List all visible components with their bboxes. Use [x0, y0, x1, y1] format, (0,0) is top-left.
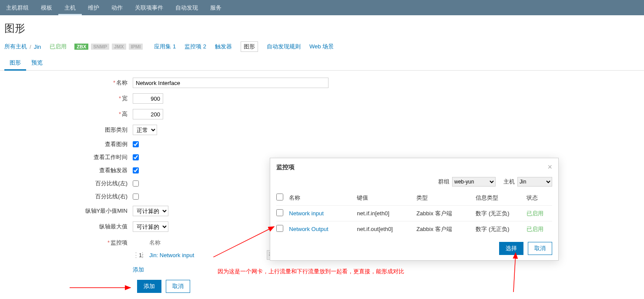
label-percent-left: 百分比线(左): [4, 180, 133, 187]
row-info: 数字 (无正负): [476, 225, 527, 233]
input-width[interactable]: [133, 93, 163, 104]
bc-apps[interactable]: 应用集 1: [154, 43, 176, 51]
item-add-link[interactable]: 添加: [133, 266, 144, 273]
bc-triggers[interactable]: 触发器: [215, 43, 232, 51]
label-worktime: 查看工作时间: [4, 153, 133, 161]
badge-jmx: JMX: [112, 44, 126, 50]
col-type: 类型: [416, 194, 476, 202]
page-title: 图形: [0, 15, 644, 40]
item-idx: 1:: [139, 252, 149, 258]
label-items: *监控项: [4, 237, 133, 247]
label-percent-right: 百分比线(右): [4, 193, 133, 200]
input-name[interactable]: [133, 78, 329, 88]
modal-cancel-button[interactable]: 取消: [528, 242, 552, 255]
check-percent-right[interactable]: [133, 194, 139, 200]
row-key: net.if.out[eth0]: [357, 226, 416, 232]
bc-items[interactable]: 监控项 2: [184, 43, 206, 51]
top-nav: 主机群组 模板 主机 维护 动作 关联项事件 自动发现 服务: [0, 0, 644, 15]
cancel-button[interactable]: 取消: [166, 280, 190, 293]
modal-select-button[interactable]: 选择: [499, 242, 523, 255]
row-name-link[interactable]: Network input: [289, 210, 323, 217]
label-height: *高: [4, 110, 133, 118]
bc-host[interactable]: Jin: [34, 44, 41, 50]
col-key: 键值: [357, 194, 416, 202]
annotation-text: 因为这是一个网卡，上行流量和下行流量放到一起看，更直接，能形成对比: [218, 268, 404, 275]
bc-enabled: 已启用: [50, 43, 67, 51]
item-picker-modal: 监控项 × 群组 web-yun 主机 Jin 名称 键值 类型 信息类型 状态…: [270, 158, 559, 261]
nav-maintenance[interactable]: 维护: [82, 0, 105, 15]
bc-all-hosts[interactable]: 所有主机: [4, 43, 27, 51]
tab-preview[interactable]: 预览: [26, 56, 48, 70]
badge-zbx: ZBX: [74, 44, 88, 50]
filter-host-select[interactable]: Jin: [517, 177, 552, 187]
nav-templates[interactable]: 模板: [35, 0, 58, 15]
bc-web[interactable]: Web 场景: [309, 43, 334, 51]
row-status: 已启用: [527, 225, 552, 233]
nav-actions[interactable]: 动作: [105, 0, 129, 15]
sub-tabs: 图形 预览: [0, 56, 644, 71]
bc-graphs-current: 图形: [241, 41, 258, 52]
tab-graph[interactable]: 图形: [4, 56, 26, 71]
check-percent-left[interactable]: [133, 180, 139, 187]
label-name: *名称: [4, 79, 133, 87]
col-name: 名称: [289, 194, 357, 202]
label-width: *宽: [4, 95, 133, 102]
nav-hosts[interactable]: 主机: [58, 0, 82, 15]
nav-discovery[interactable]: 自动发现: [169, 0, 204, 15]
check-triggers[interactable]: [133, 167, 139, 173]
check-worktime[interactable]: [133, 154, 139, 160]
modal-title: 监控项: [276, 163, 295, 171]
label-legend: 查看图例: [4, 140, 133, 148]
bc-discovery[interactable]: 自动发现规则: [267, 43, 301, 51]
input-height[interactable]: [133, 109, 163, 119]
breadcrumb: 所有主机 / Jin 已启用 ZBX SNMP JMX IPMI 应用集 1 监…: [0, 40, 644, 56]
check-legend[interactable]: [133, 141, 139, 147]
item-col-name: 名称: [149, 239, 267, 247]
row-info: 数字 (无正负): [476, 210, 527, 217]
row-name-link[interactable]: Network Output: [289, 226, 328, 232]
row-type: Zabbix 客户端: [416, 225, 476, 233]
label-type: 图形类别: [4, 126, 133, 134]
select-type[interactable]: 正常: [133, 125, 157, 135]
modal-row: Network input net.if.in[eth0] Zabbix 客户端…: [276, 205, 552, 221]
bc-sep: /: [30, 44, 31, 50]
drag-handle-icon[interactable]: ⋮⋮: [133, 251, 139, 259]
filter-host-label: 主机: [503, 178, 515, 186]
label-triggers: 查看触发器: [4, 166, 133, 174]
select-ymin[interactable]: 可计算的: [133, 206, 168, 216]
badge-snmp: SNMP: [91, 44, 109, 50]
col-info: 信息类型: [476, 194, 527, 202]
row-checkbox[interactable]: [276, 209, 283, 216]
modal-close-icon[interactable]: ×: [547, 163, 552, 172]
nav-services[interactable]: 服务: [204, 0, 228, 15]
nav-hostgroups[interactable]: 主机群组: [0, 0, 35, 15]
badge-ipmi: IPMI: [129, 44, 143, 50]
item-name[interactable]: Jin: Network input: [149, 252, 267, 258]
row-key: net.if.in[eth0]: [357, 210, 416, 217]
modal-row: Network Output net.if.out[eth0] Zabbix 客…: [276, 221, 552, 237]
col-status: 状态: [527, 194, 552, 202]
row-type: Zabbix 客户端: [416, 210, 476, 217]
row-checkbox[interactable]: [276, 225, 283, 232]
label-ymax: 纵轴最大值: [4, 223, 133, 231]
label-ymin: 纵轴Y最小值MIN: [4, 207, 133, 215]
add-button[interactable]: 添加: [137, 280, 161, 293]
select-all-checkbox[interactable]: [276, 194, 283, 200]
filter-group-select[interactable]: web-yun: [452, 177, 496, 187]
select-ymax[interactable]: 可计算的: [133, 221, 168, 232]
row-status: 已启用: [527, 210, 552, 217]
filter-group-label: 群组: [438, 178, 449, 186]
nav-correlation[interactable]: 关联项事件: [129, 0, 169, 15]
modal-thead: 名称 键值 类型 信息类型 状态: [276, 190, 552, 205]
